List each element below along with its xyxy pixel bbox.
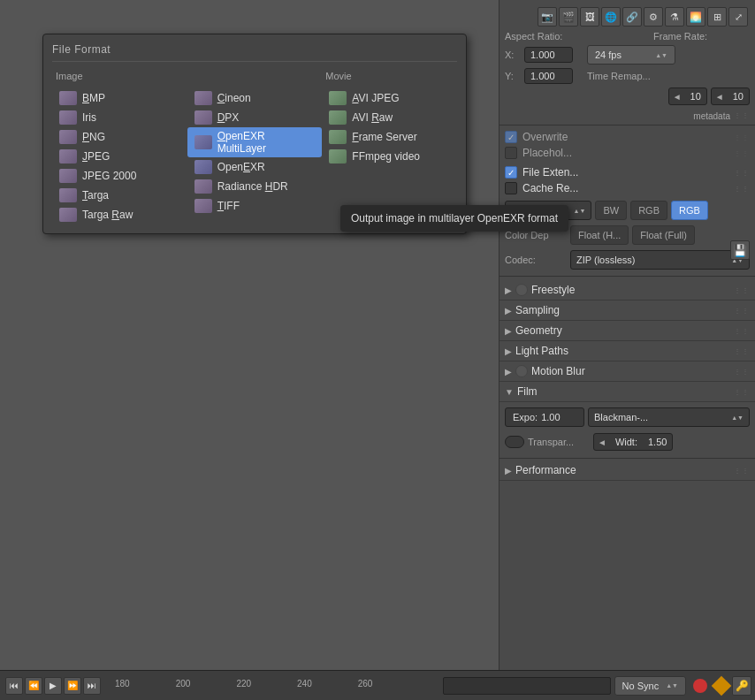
step-fwd-btn[interactable]: ⏩ [64, 677, 81, 695]
performance-toggle[interactable]: ▶ [505, 466, 512, 476]
section-sampling[interactable]: ▶ Sampling ⋮⋮ [500, 301, 755, 321]
tiff-label: TIFF [217, 200, 240, 212]
file-ext-checkbox[interactable]: ✓ [505, 166, 517, 179]
float-h-btn[interactable]: Float (H... [570, 225, 629, 245]
format-item-avi-raw[interactable]: AVI Raw [322, 108, 457, 127]
section-geometry[interactable]: ▶ Geometry ⋮⋮ [500, 321, 755, 341]
blackman-dropdown[interactable]: Blackman-... [588, 407, 750, 427]
filter-icon-btn[interactable]: ⚗ [665, 7, 684, 27]
overwrite-checkbox[interactable]: ✓ [505, 131, 517, 143]
stepper1-left[interactable]: ◄ [669, 92, 685, 102]
metadata-drag: ⋮⋮ [734, 111, 750, 121]
format-item-targa[interactable]: Targa [52, 186, 187, 205]
timeline-numbers: 180 200 220 240 260 [106, 679, 443, 692]
y-value[interactable]: 1.000 [524, 68, 573, 84]
expo-field[interactable]: Expo: 1.00 [505, 407, 584, 427]
output-icon-btn[interactable]: 🖼 [580, 7, 599, 27]
placeholder-drag: ⋮⋮ [734, 149, 750, 157]
geometry-toggle[interactable]: ▶ [505, 326, 512, 336]
keyframe-btn[interactable] [712, 675, 732, 696]
stepper2-val: 10 [728, 91, 749, 102]
file-ext-section: ✓ File Exten... ⋮⋮ Cache Re... ⋮⋮ [500, 163, 755, 198]
motion-blur-toggle[interactable]: ▶ [505, 367, 512, 377]
width-stepper[interactable]: ◄ Widt: 1.50 [593, 433, 673, 451]
transp-toggle[interactable] [505, 436, 524, 448]
film-toggle[interactable]: ▼ [505, 387, 514, 397]
codec-dropdown[interactable]: ZIP (lossless) [570, 250, 750, 270]
format-item-cineon[interactable]: Cineon [187, 88, 323, 108]
format-item-iris[interactable]: Iris [52, 108, 187, 127]
format-item-tiff[interactable]: TIFF [187, 196, 323, 216]
format-item-targa-raw[interactable]: Targa Raw [52, 205, 187, 224]
width-stepper-left[interactable]: ◄ [594, 438, 610, 447]
step-back-btn[interactable]: ⏪ [25, 677, 42, 695]
motion-blur-circle[interactable] [515, 365, 528, 377]
fps-dropdown[interactable]: 24 fps [587, 45, 675, 65]
expand-icon-btn[interactable]: ⤢ [728, 7, 748, 27]
format-item-bmp[interactable]: BMP [52, 88, 187, 108]
format-item-dpx[interactable]: DPX [187, 108, 323, 127]
motion-blur-drag: ⋮⋮ [734, 368, 750, 376]
format-item-avi-jpeg[interactable]: AVI JPEG [322, 88, 457, 108]
light-paths-label: Light Paths [515, 345, 568, 357]
time-remap-stepper1[interactable]: ◄ 10 [668, 88, 707, 105]
render-icon-btn[interactable]: 🎬 [559, 7, 578, 27]
format-item-png[interactable]: PNG [52, 127, 187, 147]
record-btn[interactable] [693, 679, 707, 693]
film-drag: ⋮⋮ [734, 388, 750, 396]
format-item-frame-server[interactable]: Frame Server [322, 127, 457, 147]
freestyle-circle[interactable] [515, 284, 528, 296]
float-full-btn[interactable]: Float (Full) [632, 225, 695, 245]
sampling-toggle[interactable]: ▶ [505, 306, 512, 316]
openexr-ml-icon [194, 135, 212, 149]
avi-jpeg-label: AVI JPEG [352, 92, 399, 104]
targa-raw-label: Targa Raw [82, 209, 133, 221]
targa-raw-icon [59, 208, 77, 222]
section-motion-blur[interactable]: ▶ Motion Blur ⋮⋮ [500, 361, 755, 382]
format-item-jpeg[interactable]: JPEG [52, 147, 187, 166]
save-icon-button[interactable]: 💾 [730, 240, 750, 260]
camera-icon-btn[interactable]: 📷 [538, 7, 557, 27]
freestyle-toggle[interactable]: ▶ [505, 285, 512, 295]
rgba-btn[interactable]: RGB [671, 201, 708, 220]
placeholder-checkbox[interactable] [505, 147, 517, 159]
section-light-paths[interactable]: ▶ Light Paths ⋮⋮ [500, 341, 755, 361]
right-panel-scroll[interactable]: 📷 🎬 🖼 🌐 🔗 ⚙ ⚗ 🌅 ⊞ ⤢ Aspect Ratio: Frame … [500, 0, 755, 481]
freestyle-label: Freestyle [531, 284, 575, 296]
settings-icon-btn[interactable]: ⚙ [644, 7, 663, 27]
tooltip-text: Output image in multilayer OpenEXR forma… [351, 212, 558, 224]
scene-icon-btn[interactable]: 🌅 [686, 7, 705, 27]
metadata-row: metadata ⋮⋮ [500, 110, 755, 123]
time-remap-stepper2[interactable]: ◄ 10 [711, 88, 750, 105]
light-paths-toggle[interactable]: ▶ [505, 346, 512, 356]
format-item-openexr[interactable]: OpenEXR [187, 157, 323, 177]
jump-start-btn[interactable]: ⏮ [5, 677, 23, 695]
timeline-scrub[interactable] [443, 677, 611, 695]
frame-220: 220 [236, 679, 251, 689]
expo-row: Expo: 1.00 Blackman-... [505, 406, 750, 429]
targa-icon [59, 188, 77, 202]
jump-end-btn[interactable]: ⏭ [83, 677, 101, 695]
rgb-btn[interactable]: RGB [630, 201, 667, 220]
format-item-jpeg2000[interactable]: JPEG 2000 [52, 166, 187, 186]
x-value[interactable]: 1.000 [524, 47, 573, 63]
format-item-ffmpeg[interactable]: FFmpeg video [322, 147, 457, 166]
grid-icon-btn[interactable]: ⊞ [707, 7, 727, 27]
bw-btn[interactable]: BW [595, 201, 627, 220]
film-section-header[interactable]: ▼ Film ⋮⋮ [500, 382, 755, 402]
world-icon-btn[interactable]: 🌐 [601, 7, 621, 27]
cache-checkbox[interactable] [505, 182, 517, 194]
link-icon-btn[interactable]: 🔗 [622, 7, 642, 27]
play-btn[interactable]: ▶ [44, 677, 62, 695]
section-freestyle[interactable]: ▶ Freestyle ⋮⋮ [500, 280, 755, 301]
stepper2-left[interactable]: ◄ [712, 92, 728, 102]
jpeg2000-label: JPEG 2000 [82, 170, 136, 182]
frame-server-icon [329, 130, 347, 144]
movie-section-header: Movie [322, 69, 457, 83]
top-icons-row: 📷 🎬 🖼 🌐 🔗 ⚙ ⚗ 🌅 ⊞ ⤢ [500, 4, 751, 30]
format-item-radiance[interactable]: Radiance HDR [187, 177, 323, 196]
key-icon-btn[interactable]: 🔑 [732, 676, 751, 696]
sync-dropdown[interactable]: No Sync [614, 676, 686, 696]
section-performance[interactable]: ▶ Performance ⋮⋮ [500, 460, 755, 481]
format-item-openexr-multilayer[interactable]: OpenEXR MultiLayer [187, 127, 323, 157]
